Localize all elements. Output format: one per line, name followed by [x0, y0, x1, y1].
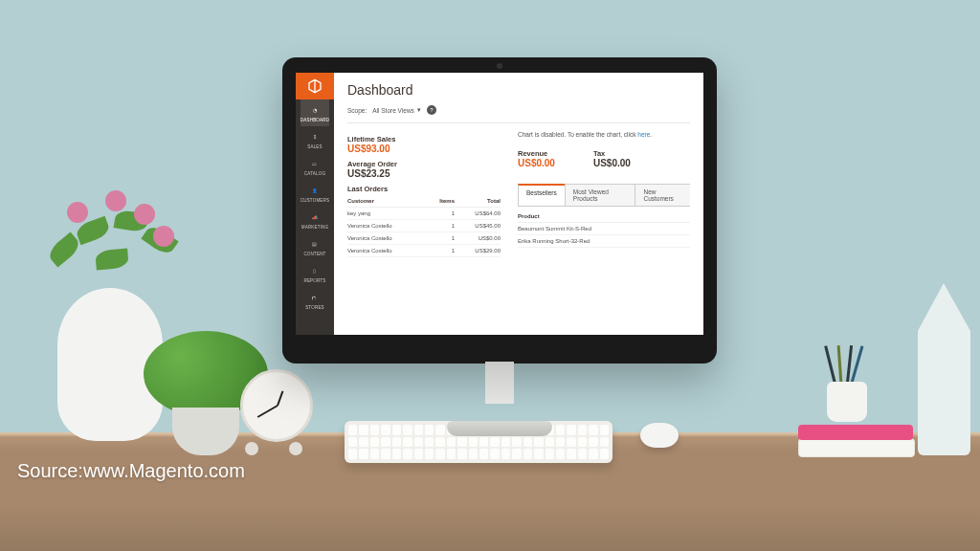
table-row[interactable]: Beaumont Summit Kit-S-Red [518, 223, 690, 235]
scope-label: Scope: [347, 107, 367, 114]
metric-label: Revenue [518, 149, 555, 158]
bestsellers-table: Product Beaumont Summit Kit-S-RedErika R… [518, 210, 690, 248]
col-total: Total [455, 195, 501, 208]
metric-value: US$0.00 [593, 158, 631, 168]
col-product: Product [518, 210, 690, 223]
table-row[interactable]: key yang1US$64.00 [347, 208, 501, 220]
metric-tax: TaxUS$0.00 [593, 145, 631, 174]
cell-total: US$29.00 [455, 245, 501, 257]
table-row[interactable]: Erika Running Short-32-Red [518, 235, 690, 248]
sidebar-item-label: SALES [307, 144, 323, 149]
main-panel: Dashboard Scope: All Store Views ▾ ? Lif [334, 73, 703, 335]
cell-customer: Veronica Costello [347, 232, 428, 245]
page-title: Dashboard [347, 82, 690, 98]
store-icon: ⛫ [309, 292, 321, 303]
admin-sidebar: ◔DASHBOARD$SALES▭CATALOG👤CUSTOMERS📣MARKE… [296, 73, 334, 335]
help-icon[interactable]: ? [427, 105, 436, 115]
sidebar-item-customers[interactable]: 👤CUSTOMERS [301, 180, 329, 207]
lifetime-sales-label: Lifetime Sales [347, 135, 501, 143]
left-column: Lifetime Sales US$93.00 Average Order US… [347, 131, 501, 325]
tab-new-customers[interactable]: New Customers [635, 184, 690, 206]
table-row[interactable]: Veronica Costello1US$45.00 [347, 220, 501, 232]
sidebar-item-label: DASHBOARD [301, 118, 329, 122]
report-tabs: BestsellersMost Viewed ProductsNew Custo… [518, 184, 690, 207]
sidebar-item-label: CUSTOMERS [301, 198, 329, 203]
lifetime-sales-value: US$93.00 [347, 143, 501, 154]
sidebar-item-label: REPORTS [303, 278, 325, 283]
col-customer: Customer [347, 195, 428, 208]
sidebar-item-content[interactable]: ▤CONTENT [301, 233, 329, 260]
metric-label: Tax [593, 149, 631, 158]
desk-clock [235, 369, 312, 455]
pen-cup [819, 355, 875, 422]
screen: ◔DASHBOARD$SALES▭CATALOG👤CUSTOMERS📣MARKE… [296, 73, 703, 335]
catalog-icon: ▭ [309, 158, 321, 169]
last-orders-heading: Last Orders [347, 185, 501, 193]
sidebar-item-label: MARKETING [301, 225, 329, 230]
average-order-label: Average Order [347, 160, 501, 168]
tab-bestsellers[interactable]: Bestsellers [518, 184, 566, 206]
cell-product: Beaumont Summit Kit-S-Red [518, 223, 690, 235]
col-items: Items [428, 195, 455, 208]
right-column: Chart is disabled. To enable the chart, … [518, 131, 690, 325]
summary-metrics: RevenueUS$0.00TaxUS$0.00 [518, 145, 690, 174]
cell-customer: key yang [347, 208, 428, 220]
sidebar-item-sales[interactable]: $SALES [301, 126, 329, 153]
cell-customer: Veronica Costello [347, 220, 428, 232]
webcam-dot [497, 63, 502, 69]
tab-most-viewed-products[interactable]: Most Viewed Products [565, 184, 636, 206]
monitor: ◔DASHBOARD$SALES▭CATALOG👤CUSTOMERS📣MARKE… [282, 57, 717, 364]
table-row[interactable]: Veronica Costello1US$0.00 [347, 232, 501, 245]
sidebar-item-label: CONTENT [303, 252, 325, 256]
sidebar-item-reports[interactable]: ▯REPORTS [301, 260, 329, 287]
sidebar-item-catalog[interactable]: ▭CATALOG [301, 153, 329, 180]
sidebar-item-marketing[interactable]: 📣MARKETING [301, 207, 329, 233]
chart-disabled-message: Chart is disabled. To enable the chart, … [518, 131, 690, 138]
computer-mouse [640, 423, 679, 448]
enable-chart-link[interactable]: here [637, 131, 650, 138]
cell-product: Erika Running Short-32-Red [518, 235, 690, 248]
average-order-value: US$23.25 [347, 168, 501, 179]
cell-items: 1 [428, 220, 455, 232]
metric-revenue: RevenueUS$0.00 [518, 145, 555, 174]
sidebar-item-label: CATALOG [304, 171, 325, 176]
scope-selector[interactable]: All Store Views ▾ [372, 106, 421, 114]
cell-total: US$0.00 [455, 232, 501, 245]
scope-value: All Store Views [372, 107, 414, 114]
gauge-icon: ◔ [309, 104, 321, 116]
monitor-stand [447, 362, 552, 436]
dollar-icon: $ [309, 131, 321, 143]
cell-customer: Veronica Costello [347, 245, 428, 257]
scope-bar: Scope: All Store Views ▾ ? [347, 105, 690, 123]
metric-value: US$0.00 [518, 158, 555, 168]
cell-items: 1 [428, 245, 455, 257]
sidebar-item-dashboard[interactable]: ◔DASHBOARD [301, 99, 329, 126]
content-icon: ▤ [309, 238, 321, 250]
bar-chart-icon: ▯ [309, 265, 321, 276]
last-orders-table: Customer Items Total key yang1US$64.00Ve… [347, 195, 501, 257]
sidebar-item-stores[interactable]: ⛫STORES [301, 287, 329, 314]
person-icon: 👤 [309, 185, 321, 196]
chevron-down-icon: ▾ [417, 106, 421, 114]
source-caption: Source:www.Magento.com [17, 460, 245, 482]
table-row[interactable]: Veronica Costello1US$29.00 [347, 245, 501, 257]
cell-total: US$64.00 [455, 208, 501, 220]
megaphone-icon: 📣 [309, 211, 321, 223]
stacked-books [798, 419, 913, 457]
magento-logo[interactable] [296, 73, 334, 99]
sidebar-item-label: STORES [305, 305, 324, 310]
decorative-pencil [918, 283, 970, 455]
cell-items: 1 [428, 232, 455, 245]
cell-total: US$45.00 [455, 220, 501, 232]
cell-items: 1 [428, 208, 455, 220]
